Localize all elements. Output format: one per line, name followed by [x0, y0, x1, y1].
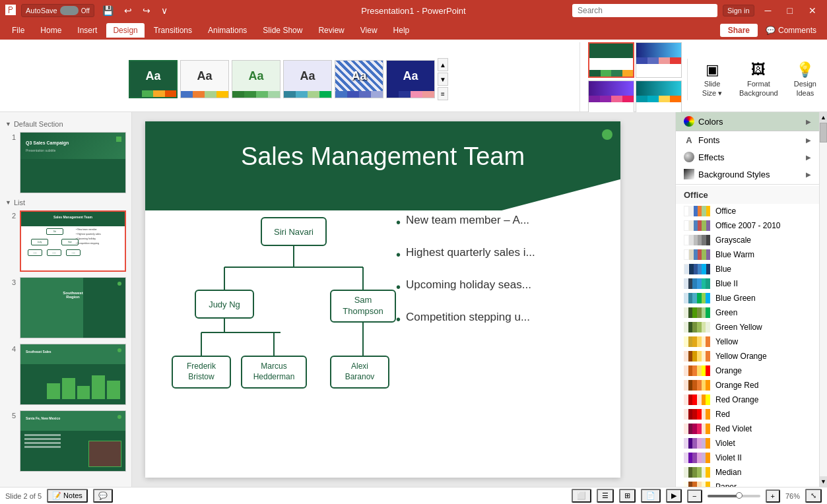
zoom-in-button[interactable]: +: [766, 489, 780, 503]
color-item-blue2[interactable]: Blue II: [676, 276, 819, 291]
color-item-grayscale[interactable]: Grayscale: [676, 233, 819, 247]
format-background-button[interactable]: 🖼 Format Background: [734, 59, 783, 100]
customize-theme-3[interactable]: [588, 80, 634, 116]
color-item-blue-green[interactable]: Blue Green: [676, 291, 819, 305]
color-item-paper[interactable]: Paper: [676, 480, 819, 487]
autosave-button[interactable]: AutoSave Off: [21, 4, 94, 17]
color-item-red-orange[interactable]: Red Orange: [676, 393, 819, 407]
slide-item-4[interactable]: 4 Southeast Sales: [5, 344, 126, 405]
fonts-dropdown[interactable]: A Fonts ▶: [676, 131, 819, 148]
redo-button[interactable]: ↪: [140, 4, 153, 17]
color-item-median[interactable]: Median: [676, 465, 819, 480]
menu-design[interactable]: Design: [106, 23, 144, 38]
theme-item-6[interactable]: Aa: [386, 60, 435, 98]
slide-thumb-3[interactable]: Southwest Region: [20, 277, 126, 338]
s5-image: [88, 441, 121, 467]
slide-item-3[interactable]: 3 Southwest Region: [5, 277, 126, 338]
slide-sorter-button[interactable]: ⊞: [619, 489, 636, 503]
colors-dropdown-header[interactable]: Colors ▶: [676, 112, 819, 131]
section-default[interactable]: ▼ Default Section: [5, 120, 126, 128]
org-node-judy[interactable]: Judy Ng: [195, 290, 254, 319]
comments-status-button[interactable]: 💬: [93, 489, 113, 503]
notes-button[interactable]: 📝 Notes: [47, 489, 88, 503]
outline-view-button[interactable]: ☰: [597, 489, 614, 503]
themes-scroll-down[interactable]: ▼: [438, 73, 448, 86]
slide-item-1[interactable]: 1 Q3 Sales Campaign Presentation subtitl…: [5, 132, 126, 193]
minimize-button[interactable]: ─: [760, 4, 777, 17]
slide-item-2[interactable]: 2 Sales Management Team Siri Judy Sam Fr…: [5, 210, 126, 272]
color-item-blue[interactable]: Blue: [676, 262, 819, 276]
signin-button[interactable]: Sign in: [723, 5, 754, 16]
theme-item-5[interactable]: Aa: [335, 60, 383, 98]
customize-button[interactable]: ∨: [158, 4, 170, 17]
menu-home[interactable]: Home: [34, 23, 68, 38]
themes-scroll-up[interactable]: ▲: [438, 58, 448, 71]
maximize-button[interactable]: □: [782, 4, 798, 17]
color-item-green-yellow[interactable]: Green Yellow: [676, 320, 819, 334]
org-node-sam[interactable]: Sam Thompson: [330, 290, 396, 323]
slide-thumb-4[interactable]: Southeast Sales: [20, 344, 126, 405]
design-ideas-button[interactable]: 💡 Design Ideas: [789, 59, 822, 100]
org-node-fred[interactable]: Frederik Bristow: [172, 356, 231, 389]
slide-size-button[interactable]: ▣ Slide Size ▾: [696, 59, 729, 100]
customize-theme-1[interactable]: [588, 42, 634, 78]
color-item-orange[interactable]: Orange: [676, 363, 819, 378]
search-input[interactable]: [572, 4, 717, 17]
share-button[interactable]: Share: [720, 24, 758, 37]
menu-transitions[interactable]: Transitions: [147, 23, 199, 38]
color-item-green[interactable]: Green: [676, 305, 819, 320]
color-item-yellow[interactable]: Yellow: [676, 334, 819, 349]
color-item-violet2[interactable]: Violet II: [676, 451, 819, 465]
slideshow-button[interactable]: ▶: [666, 489, 682, 503]
color-item-violet[interactable]: Violet: [676, 436, 819, 451]
effects-dropdown[interactable]: Effects ▶: [676, 148, 819, 166]
theme-item-3[interactable]: Aa: [232, 60, 281, 98]
slide-thumb-5[interactable]: Santa Fe, New Mexico: [20, 410, 126, 472]
color-item-orange-red[interactable]: Orange Red: [676, 378, 819, 393]
menu-animations[interactable]: Animations: [201, 23, 253, 38]
customize-theme-4[interactable]: [636, 80, 682, 116]
org-node-alexi[interactable]: Alexi Baranov: [330, 356, 389, 389]
color-item-red[interactable]: Red: [676, 407, 819, 422]
org-node-marcus-label: Marcus Hedderman: [253, 362, 295, 382]
reading-view-button[interactable]: 📄: [641, 489, 661, 503]
slide-thumb-2[interactable]: Sales Management Team Siri Judy Sam Fred…: [20, 210, 126, 272]
zoom-out-button[interactable]: −: [687, 489, 702, 503]
color-item-blue-warm[interactable]: Blue Warm: [676, 247, 819, 262]
org-node-root[interactable]: Siri Navari: [261, 217, 327, 246]
scrollbar-track[interactable]: [820, 123, 827, 476]
color-item-yellow-orange[interactable]: Yellow Orange: [676, 349, 819, 363]
slide-item-5[interactable]: 5 Santa Fe, New Mexico: [5, 410, 126, 472]
theme-item-4[interactable]: Aa: [283, 60, 332, 98]
org-node-marcus[interactable]: Marcus Hedderman: [241, 356, 307, 389]
comments-button[interactable]: 💬 Comments: [760, 24, 822, 37]
menu-view[interactable]: View: [354, 23, 384, 38]
menu-help[interactable]: Help: [387, 23, 416, 38]
theme-item-2[interactable]: Aa: [180, 60, 229, 98]
scrollbar-thumb[interactable]: [820, 123, 827, 142]
zoom-slider[interactable]: [708, 495, 760, 497]
color-item-office[interactable]: Office: [676, 204, 819, 218]
bg-styles-dropdown[interactable]: Background Styles ▶: [676, 166, 819, 183]
theme-item-1[interactable]: Aa: [129, 60, 178, 98]
save-button[interactable]: 💾: [100, 4, 116, 17]
close-button[interactable]: ✕: [803, 4, 822, 17]
scrollbar-up[interactable]: ▲: [820, 112, 827, 123]
scrollbar-down[interactable]: ▼: [820, 476, 827, 487]
undo-button[interactable]: ↩: [121, 4, 135, 17]
menu-file[interactable]: File: [5, 23, 31, 38]
menu-insert[interactable]: Insert: [71, 23, 104, 38]
fit-slide-button[interactable]: ⤡: [805, 489, 822, 503]
customize-theme-2[interactable]: [636, 42, 682, 78]
menu-review[interactable]: Review: [312, 23, 350, 38]
slide-thumb-1[interactable]: Q3 Sales Campaign Presentation subtitle: [20, 132, 126, 193]
color-item-violet2-label: Violet II: [715, 453, 742, 462]
normal-view-button[interactable]: ⬜: [572, 489, 591, 503]
color-item-red-violet[interactable]: Red Violet: [676, 422, 819, 436]
section-list[interactable]: ▼ List: [5, 199, 126, 206]
autosave-toggle[interactable]: [60, 6, 79, 15]
zoom-thumb[interactable]: [736, 492, 743, 499]
color-item-office2007[interactable]: Office 2007 - 2010: [676, 218, 819, 233]
themes-scroll-more[interactable]: ≡: [438, 87, 448, 100]
menu-slideshow[interactable]: Slide Show: [256, 23, 309, 38]
